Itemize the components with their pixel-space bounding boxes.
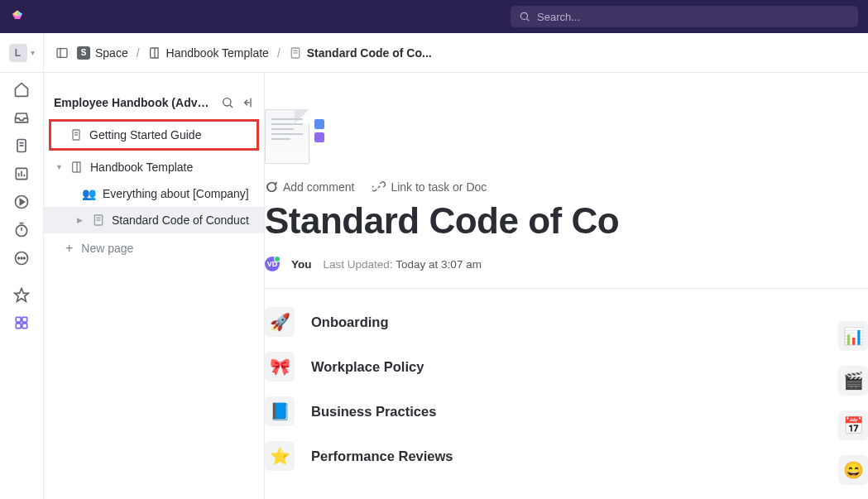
dashboards-icon[interactable]	[13, 166, 30, 182]
divider	[265, 288, 868, 289]
doc-body: Add comment Link to task or Doc Standard…	[265, 109, 868, 471]
chevron-down-icon: ▾	[31, 48, 35, 57]
home-icon[interactable]	[13, 81, 30, 98]
docs-icon[interactable]	[13, 137, 30, 154]
sidebar-item-everything-about[interactable]: 👥 Everything about [Company]	[44, 180, 264, 207]
section-business-practices[interactable]: 📘 Business Practices	[265, 396, 868, 426]
doc-icon	[92, 214, 105, 227]
doc-icon	[289, 46, 302, 60]
add-comment-button[interactable]: Add comment	[265, 180, 354, 194]
sidebar-item-label: Standard Code of Conduct	[112, 214, 249, 227]
section-label: Performance Reviews	[311, 449, 453, 464]
more-icon[interactable]	[13, 250, 30, 266]
doc-cover-icon[interactable]	[265, 109, 324, 169]
breadcrumb-template[interactable]: Handbook Template	[148, 46, 269, 60]
chevron-right-icon: ▶	[77, 216, 85, 224]
right-section-icons: 📊 🎬 📅 😄	[838, 321, 868, 485]
link-icon	[372, 180, 386, 194]
doc-action-bar: Add comment Link to task or Doc	[265, 180, 868, 194]
breadcrumb-label: Handbook Template	[166, 46, 269, 60]
breadcrumb-sep: /	[137, 46, 140, 60]
svg-rect-24	[16, 317, 21, 322]
search-placeholder: Search...	[537, 11, 580, 23]
workspace-avatar: L	[9, 44, 27, 62]
chevron-down-icon: ▼	[55, 163, 64, 171]
svg-line-1	[527, 19, 530, 22]
svg-rect-25	[22, 317, 27, 322]
favorites-icon[interactable]	[13, 286, 30, 303]
book-icon	[70, 161, 84, 174]
collapse-sidebar-icon[interactable]	[241, 96, 254, 109]
section-list: 🚀 Onboarding 🎀 Workplace Policy 📘 Busine…	[265, 307, 868, 471]
topbar: Search...	[0, 0, 868, 33]
apps-icon[interactable]	[13, 314, 30, 331]
svg-point-21	[21, 257, 22, 259]
app-logo[interactable]	[10, 9, 25, 24]
svg-point-20	[18, 257, 20, 259]
breadcrumb: S Space / Handbook Template / Standard C…	[44, 46, 432, 60]
section-performance-reviews[interactable]: ⭐ Performance Reviews	[265, 441, 868, 471]
comment-icon	[265, 180, 278, 194]
section-label: Workplace Policy	[311, 359, 424, 375]
breadcrumb-space[interactable]: S Space	[77, 46, 128, 60]
doc-meta: VD You Last Updated: Today at 3:07 am	[265, 257, 868, 271]
space-chip-icon: S	[77, 46, 90, 60]
page-icon	[70, 128, 83, 142]
main-content: Add comment Link to task or Doc Standard…	[265, 73, 868, 499]
breadcrumb-label: Standard Code of Co...	[307, 46, 432, 60]
chart-emoji-icon[interactable]: 📊	[838, 321, 868, 351]
page-title[interactable]: Standard Code of Co	[265, 200, 868, 242]
rocket-icon: 🚀	[265, 307, 295, 337]
svg-point-22	[24, 257, 26, 259]
clips-icon[interactable]	[13, 194, 30, 210]
author-name: You	[291, 258, 312, 271]
company-emoji-icon: 👥	[82, 187, 96, 200]
sidebar-item-handbook-template[interactable]: ▼ Handbook Template	[44, 154, 264, 180]
sidebar-tree: Getting Started Guide ▼ Handbook Templat…	[44, 119, 264, 263]
smile-emoji-icon[interactable]: 😄	[838, 455, 868, 485]
breadcrumb-label: Space	[95, 46, 128, 60]
book-icon	[148, 46, 161, 60]
svg-point-28	[223, 98, 231, 106]
sidebar-header: Employee Handbook (Advanc...	[44, 96, 264, 119]
calendar-emoji-icon[interactable]: 📅	[838, 410, 868, 440]
panel-icon	[55, 46, 69, 60]
new-page-button[interactable]: + New page	[44, 233, 264, 263]
breadcrumb-current[interactable]: Standard Code of Co...	[289, 46, 432, 60]
svg-marker-23	[15, 289, 29, 302]
svg-rect-2	[57, 48, 67, 57]
updated-value: Today at 3:07 am	[396, 258, 482, 271]
inbox-icon[interactable]	[13, 109, 30, 126]
svg-marker-15	[20, 199, 24, 205]
svg-rect-26	[16, 324, 21, 329]
timer-icon[interactable]	[13, 222, 30, 238]
sidebar-item-label: Everything about [Company]	[103, 187, 249, 200]
clapper-emoji-icon[interactable]: 🎬	[838, 366, 868, 396]
subheader: L ▾ S Space / Handbook Template / Standa…	[0, 33, 868, 73]
section-workplace-policy[interactable]: 🎀 Workplace Policy	[265, 352, 868, 381]
search-input[interactable]: Search...	[511, 6, 858, 27]
search-icon	[519, 11, 530, 22]
new-page-label: New page	[81, 242, 133, 255]
sidebar-item-label: Getting Started Guide	[89, 128, 201, 142]
link-task-button[interactable]: Link to task or Doc	[372, 180, 487, 194]
sidebar-search-icon[interactable]	[221, 96, 234, 109]
svg-point-38	[267, 183, 276, 192]
workspace-switcher[interactable]: L ▾	[0, 33, 44, 72]
highlighted-item: Getting Started Guide	[49, 119, 259, 151]
bow-icon: 🎀	[265, 352, 295, 381]
book-emoji-icon: 📘	[265, 396, 295, 426]
sidebar-title: Employee Handbook (Advanc...	[54, 96, 214, 109]
add-comment-label: Add comment	[283, 180, 354, 194]
section-onboarding[interactable]: 🚀 Onboarding	[265, 307, 868, 337]
sidebar-item-label: Handbook Template	[90, 161, 193, 174]
author-avatar[interactable]: VD	[265, 257, 280, 271]
updated-label: Last Updated:	[324, 258, 393, 271]
search-container: Search...	[511, 6, 858, 27]
svg-line-29	[230, 105, 233, 108]
sidebar-item-standard-code[interactable]: ▶ Standard Code of Conduct	[44, 207, 264, 233]
layout: Employee Handbook (Advanc... Getting Sta…	[0, 73, 868, 499]
sidebar-item-getting-started[interactable]: Getting Started Guide	[51, 122, 257, 148]
panel-toggle[interactable]	[55, 46, 69, 60]
breadcrumb-sep: /	[277, 46, 281, 60]
